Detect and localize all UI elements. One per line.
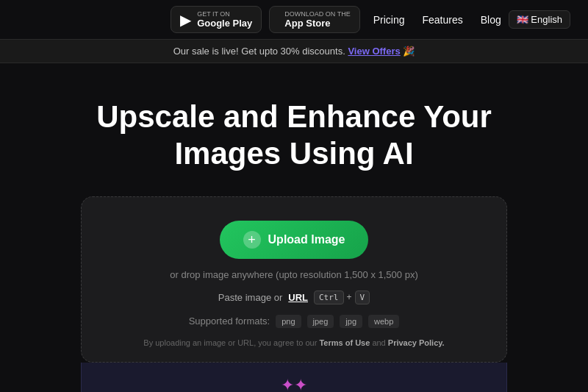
tos-and: and [372,338,385,347]
app-store-name: App Store [284,18,350,29]
language-selector[interactable]: 🇬🇧 English [509,10,570,29]
sale-text: Our sale is live! Get upto 30% discounts… [173,46,345,57]
format-jpeg: jpeg [307,315,334,328]
app-store-button[interactable]: Download on the App Store [269,6,359,33]
bulk-icon: ✦✦ [99,376,489,392]
navbar: ▶ GET IT ON Google Play Download on the … [0,0,588,39]
sale-banner: Our sale is live! Get upto 30% discounts… [0,39,588,63]
hero-title: Upscale and Enhance Your Images Using AI [74,99,514,173]
hero-section: Upscale and Enhance Your Images Using AI… [0,63,588,392]
tos-text: By uploading an image or URL, you agree … [143,338,444,347]
keyboard-shortcut: Ctrl + V [314,291,370,304]
app-store-get-it: Download on the [284,10,350,18]
formats-row: Supported formats: png jpeg jpg webp [189,315,400,328]
format-webp: webp [368,315,399,328]
privacy-link[interactable]: Privacy Policy. [388,338,445,347]
lang-label: 🇬🇧 English [517,14,562,25]
plus-separator: + [347,292,352,302]
nav-features[interactable]: Features [422,14,462,26]
nav-pricing[interactable]: Pricing [373,14,405,26]
google-play-name: Google Play [197,18,252,29]
format-png: png [276,315,301,328]
tos-prefix: By uploading an image or URL, you agree … [143,338,317,347]
upload-btn-label: Upload Image [268,233,345,246]
drop-hint: or drop image anywhere (upto resolution … [170,269,417,280]
bulk-section: ✦✦ Want to Upscale Images in bulk? Get E… [81,363,507,392]
format-jpg: jpg [340,315,362,328]
upload-card: + Upload Image or drop image anywhere (u… [81,196,507,363]
formats-label: Supported formats: [189,316,270,327]
v-key: V [355,291,370,304]
google-play-get-it: GET IT ON [197,10,252,18]
banner-emoji: 🎉 [403,46,415,57]
terms-link[interactable]: Terms of Use [319,338,370,347]
paste-row: Paste image or URL Ctrl + V [218,291,370,304]
nav-blog[interactable]: Blog [481,14,501,26]
view-offers-link[interactable]: View Offers [348,46,400,57]
google-play-button[interactable]: ▶ GET IT ON Google Play [171,6,262,33]
google-play-icon: ▶ [180,13,191,27]
url-label: URL [288,292,308,303]
plus-icon: + [243,231,261,249]
nav-links: Pricing Features Blog [373,14,501,26]
upload-image-button[interactable]: + Upload Image [220,221,369,259]
ctrl-key: Ctrl [314,291,344,304]
paste-label: Paste image or [218,292,282,303]
